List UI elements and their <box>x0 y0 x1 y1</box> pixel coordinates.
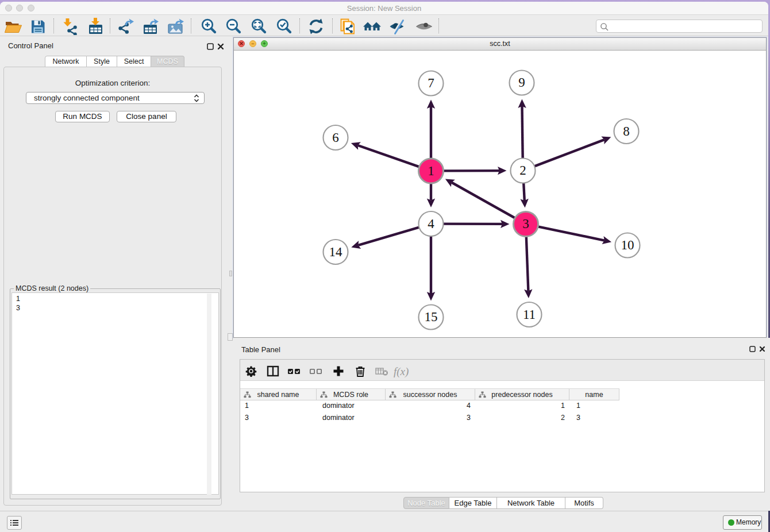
svg-text:11: 11 <box>523 307 536 322</box>
svg-text:3: 3 <box>522 217 529 231</box>
svg-text:1: 1 <box>428 164 434 178</box>
svg-text:8: 8 <box>623 124 630 138</box>
svg-text:10: 10 <box>621 238 634 252</box>
svg-text:7: 7 <box>428 76 434 90</box>
svg-text:15: 15 <box>425 310 438 324</box>
svg-text:9: 9 <box>518 75 525 90</box>
svg-text:14: 14 <box>329 245 343 259</box>
svg-text:2: 2 <box>519 163 526 178</box>
svg-text:6: 6 <box>332 130 339 145</box>
svg-text:4: 4 <box>428 217 434 231</box>
svg-text:f(x): f(x) <box>394 365 409 378</box>
